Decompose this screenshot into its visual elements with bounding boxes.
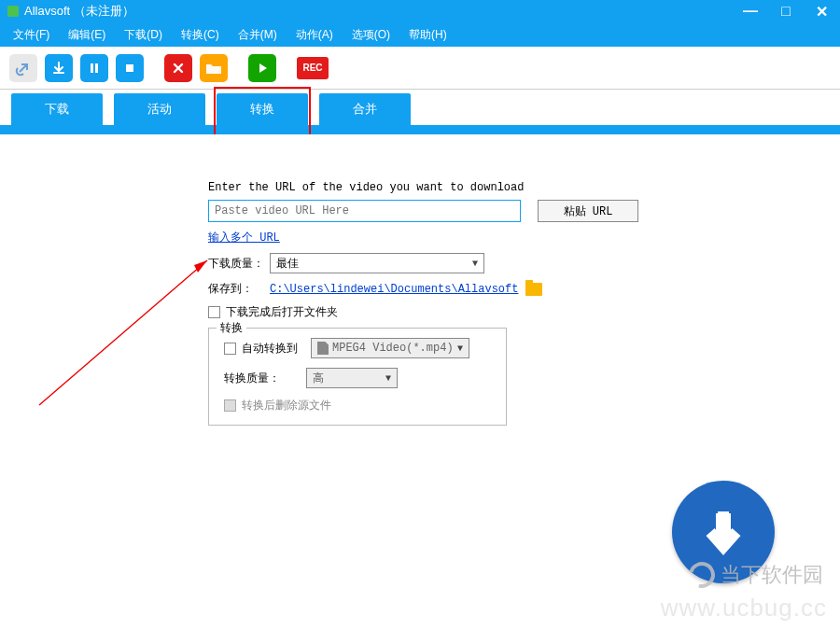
download-arrow-icon — [695, 504, 751, 560]
titlebar: Allavsoft （未注册） — □ ✕ — [0, 0, 840, 22]
menu-download[interactable]: 下载(D) — [117, 24, 170, 46]
svg-rect-1 — [95, 63, 98, 73]
pause-icon[interactable] — [80, 54, 108, 82]
chevron-down-icon: ▼ — [472, 259, 478, 269]
chevron-down-icon: ▼ — [457, 343, 463, 354]
convert-quality-select[interactable]: 高 ▼ — [306, 368, 398, 388]
auto-convert-label: 自动转换到 — [242, 341, 311, 357]
multi-url-link[interactable]: 输入多个 URL — [208, 230, 280, 245]
tab-download[interactable]: 下载 — [11, 93, 103, 125]
svg-rect-2 — [126, 64, 133, 72]
play-icon[interactable] — [248, 54, 276, 82]
delete-source-checkbox — [224, 399, 236, 412]
format-select[interactable]: MPEG4 Video(*.mp4) ▼ — [311, 338, 469, 358]
window-title: Allavsoft （未注册） — [24, 3, 739, 20]
close-button[interactable]: ✕ — [810, 2, 833, 21]
minimize-button[interactable]: — — [739, 2, 762, 21]
arrow-annotation — [30, 256, 235, 414]
maximize-button[interactable]: □ — [775, 2, 797, 21]
tabbar: 下载 活动 转换 合并 — [0, 90, 840, 125]
link-icon[interactable] — [9, 54, 37, 82]
file-icon — [317, 342, 329, 355]
saveto-path[interactable]: C:\Users\lindewei\Documents\Allavsoft — [270, 283, 518, 296]
url-input[interactable] — [208, 200, 521, 222]
quality-select[interactable]: 最佳 ▼ — [270, 253, 484, 273]
tab-activity[interactable]: 活动 — [114, 93, 205, 125]
tab-merge[interactable]: 合并 — [319, 93, 411, 125]
app-window: Allavsoft （未注册） — □ ✕ 文件(F) 编辑(E) 下载(D) … — [0, 0, 840, 630]
open-folder-checkbox[interactable] — [208, 306, 220, 318]
download-icon[interactable] — [45, 54, 73, 82]
convert-groupbox: 转换 自动转换到 MPEG4 Video(*.mp4) ▼ 转换质量： 高 ▼ — [208, 328, 507, 426]
menu-edit[interactable]: 编辑(E) — [61, 24, 113, 46]
svg-marker-4 — [194, 260, 207, 273]
menu-merge[interactable]: 合并(M) — [231, 24, 285, 46]
quality-value: 最佳 — [276, 256, 299, 272]
auto-convert-checkbox[interactable] — [224, 343, 236, 355]
toolbar: REC — [0, 47, 840, 90]
open-folder-label: 下载完成后打开文件夹 — [226, 304, 338, 320]
menu-convert[interactable]: 转换(C) — [174, 24, 227, 46]
svg-line-3 — [39, 260, 207, 405]
menu-file[interactable]: 文件(F) — [6, 24, 57, 46]
svg-rect-0 — [91, 63, 93, 73]
stop-icon[interactable] — [116, 54, 144, 82]
cancel-icon[interactable] — [164, 54, 192, 82]
convert-legend: 转换 — [217, 320, 246, 336]
paste-url-button[interactable]: 粘贴 URL — [538, 200, 638, 222]
download-button[interactable] — [672, 481, 775, 583]
browse-folder-icon[interactable] — [525, 283, 542, 296]
content-area: Enter the URL of the video you want to d… — [0, 134, 840, 630]
window-controls: — □ ✕ — [739, 2, 833, 21]
menu-options[interactable]: 选项(O) — [344, 24, 398, 46]
tabstrip — [0, 125, 840, 134]
saveto-label: 保存到： — [208, 281, 270, 297]
convert-quality-label: 转换质量： — [224, 371, 306, 386]
url-prompt: Enter the URL of the video you want to d… — [208, 181, 656, 194]
app-logo-icon — [7, 6, 19, 17]
record-button[interactable]: REC — [297, 57, 329, 79]
menu-help[interactable]: 帮助(H) — [401, 24, 455, 46]
format-value: MPEG4 Video(*.mp4) — [332, 342, 454, 355]
menubar: 文件(F) 编辑(E) 下载(D) 转换(C) 合并(M) 动作(A) 选项(O… — [0, 22, 840, 47]
convert-quality-value: 高 — [313, 371, 324, 386]
tab-convert[interactable]: 转换 — [217, 93, 308, 125]
quality-label: 下载质量： — [208, 256, 270, 272]
download-form: Enter the URL of the video you want to d… — [208, 181, 656, 426]
chevron-down-icon: ▼ — [385, 373, 391, 384]
delete-source-label: 转换后删除源文件 — [242, 398, 331, 413]
folder-icon[interactable] — [200, 54, 228, 82]
menu-action[interactable]: 动作(A) — [288, 24, 341, 46]
